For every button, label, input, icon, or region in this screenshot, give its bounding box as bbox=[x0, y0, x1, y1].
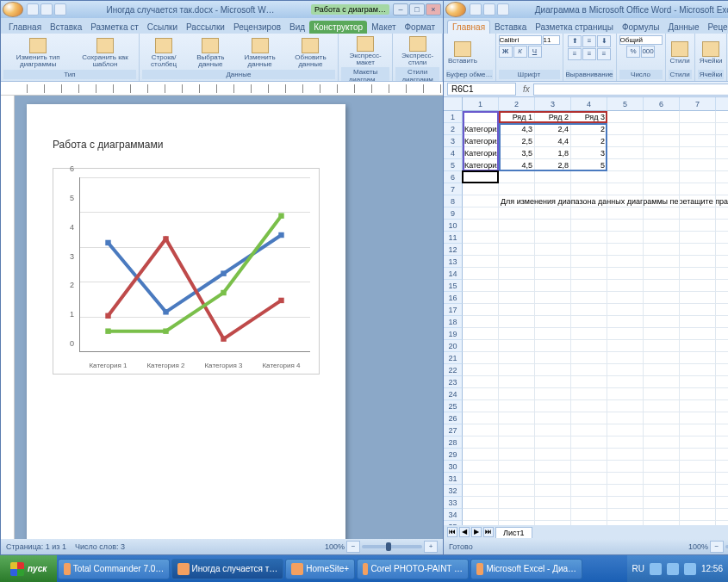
cells-button[interactable]: Ячейки bbox=[698, 40, 725, 65]
taskbar-item[interactable]: HomeSite+ bbox=[285, 559, 355, 579]
tab-review[interactable]: Рецензиров bbox=[229, 21, 285, 34]
minimize-button[interactable]: – bbox=[393, 3, 408, 15]
taskbar-item[interactable]: Total Commander 7.0… bbox=[58, 559, 170, 579]
qat-undo-icon[interactable] bbox=[40, 3, 53, 15]
office-button[interactable] bbox=[3, 2, 23, 17]
tab-data[interactable]: Данные bbox=[663, 21, 703, 34]
tab-home[interactable]: Главная bbox=[4, 21, 46, 34]
percent-button[interactable]: % bbox=[626, 46, 640, 58]
svg-rect-2 bbox=[221, 270, 226, 276]
tab-format[interactable]: Формат bbox=[400, 21, 439, 34]
align-bot-button[interactable]: ⬇ bbox=[597, 35, 611, 47]
clock[interactable]: 12:56 bbox=[701, 564, 723, 573]
group-label-cells: Ячейки bbox=[698, 70, 725, 79]
tab-design[interactable]: Конструктор bbox=[309, 21, 367, 34]
font-combo[interactable] bbox=[499, 35, 542, 45]
svg-rect-10 bbox=[221, 290, 226, 295]
tray-icon[interactable] bbox=[650, 563, 662, 575]
align-mid-button[interactable]: ≡ bbox=[582, 35, 596, 47]
word-ribbon-tabs: Главная Вставка Разметка ст Ссылки Рассы… bbox=[1, 18, 443, 34]
tab-layout[interactable]: Разметка ст bbox=[86, 21, 143, 34]
group-label-layouts: Макеты диаграм… bbox=[341, 67, 389, 82]
svg-rect-1 bbox=[163, 309, 168, 314]
start-button[interactable]: пуск bbox=[0, 555, 57, 582]
sheet-nav-next[interactable]: ▶ bbox=[471, 527, 482, 537]
formula-bar[interactable] bbox=[533, 84, 728, 96]
doc-heading: Работа с диаграммами bbox=[53, 139, 320, 151]
sheet-nav-first[interactable]: ⏮ bbox=[447, 527, 457, 537]
zoom-out-button[interactable]: − bbox=[346, 541, 360, 553]
tab-review[interactable]: Рецензирование bbox=[704, 21, 728, 34]
chart-object[interactable]: 0123456 Категория 1 Категория 2 Категори… bbox=[53, 168, 320, 375]
office-button[interactable] bbox=[445, 2, 466, 17]
chart-x-ticks: Категория 1 Категория 2 Категория 3 Кате… bbox=[79, 362, 310, 369]
tray-icon[interactable] bbox=[684, 563, 696, 575]
switch-row-col-button[interactable]: Строка/столбец bbox=[142, 37, 186, 69]
vertical-ruler[interactable] bbox=[1, 96, 15, 539]
tab-insert[interactable]: Вставка bbox=[46, 21, 86, 34]
taskbar-item[interactable]: Corel PHOTO-PAINT … bbox=[357, 559, 469, 579]
styles-button[interactable]: Стили bbox=[669, 40, 692, 65]
refresh-data-button[interactable]: Обновить данные bbox=[286, 37, 335, 69]
bold-button[interactable]: Ж bbox=[499, 46, 513, 58]
sheet-tab[interactable]: Лист1 bbox=[495, 527, 532, 538]
underline-button[interactable]: Ч bbox=[528, 46, 542, 58]
zoom-in-button[interactable]: + bbox=[424, 541, 438, 553]
zoom-value[interactable]: 100% bbox=[325, 542, 345, 551]
qat-save-icon[interactable] bbox=[27, 3, 39, 15]
zoom-slider[interactable] bbox=[362, 545, 422, 548]
excel-ribbon: Вставить Буфер обме… Ж К Ч Шрифт bbox=[444, 34, 728, 82]
number-format-combo[interactable] bbox=[619, 35, 663, 45]
zoom-out-button[interactable]: − bbox=[710, 541, 724, 553]
col-headers[interactable]: 123456789 bbox=[463, 97, 728, 111]
row-headers[interactable]: 1234567891011121314151617181920212223242… bbox=[444, 111, 463, 525]
quick-layout-button[interactable]: Экспресс-макет bbox=[341, 35, 389, 67]
status-words[interactable]: Число слов: 3 bbox=[75, 542, 125, 551]
tab-references[interactable]: Ссылки bbox=[143, 21, 182, 34]
tab-home[interactable]: Главная bbox=[447, 20, 490, 34]
qat-redo-icon[interactable] bbox=[497, 3, 509, 15]
tab-formulas[interactable]: Формулы bbox=[618, 21, 664, 34]
change-chart-type-button[interactable]: Изменить тип диаграммы bbox=[3, 37, 72, 69]
status-page[interactable]: Страница: 1 из 1 bbox=[6, 542, 66, 551]
quick-styles-button[interactable]: Экспресс-стили bbox=[395, 35, 439, 67]
word-ribbon: Изменить тип диаграммы Сохранить как шаб… bbox=[1, 34, 443, 82]
taskbar-item[interactable]: Иногда случается т… bbox=[171, 559, 283, 579]
sheet-nav-prev[interactable]: ◀ bbox=[459, 527, 470, 537]
select-all-corner[interactable] bbox=[444, 97, 463, 111]
align-left-button[interactable]: ≡ bbox=[568, 48, 582, 60]
qat-undo-icon[interactable] bbox=[483, 3, 495, 15]
document-scroll-area[interactable]: Работа с диаграммами 0123456 Категория 1… bbox=[15, 96, 443, 539]
fx-icon[interactable]: fx bbox=[523, 84, 530, 94]
tab-mailings[interactable]: Рассылки bbox=[182, 21, 229, 34]
font-size-combo[interactable] bbox=[543, 35, 560, 45]
zoom-value[interactable]: 100% bbox=[688, 542, 708, 551]
save-as-template-button[interactable]: Сохранить как шаблон bbox=[74, 37, 136, 69]
align-top-button[interactable]: ⬆ bbox=[568, 35, 582, 47]
excel-statusbar: Готово 100% − + bbox=[444, 539, 728, 554]
tab-view[interactable]: Вид bbox=[285, 21, 309, 34]
tray-icon[interactable] bbox=[667, 563, 679, 575]
sheet-area[interactable]: 1234567891011121314151617181920212223242… bbox=[444, 111, 728, 525]
sheet-nav-last[interactable]: ⏭ bbox=[483, 527, 494, 537]
paste-button[interactable]: Вставить bbox=[446, 40, 479, 65]
select-data-button[interactable]: Выбрать данные bbox=[187, 37, 233, 69]
italic-button[interactable]: К bbox=[513, 46, 527, 58]
maximize-button[interactable]: □ bbox=[409, 3, 425, 15]
name-box[interactable]: R6C1 bbox=[447, 83, 516, 96]
tab-chart-layout[interactable]: Макет bbox=[367, 21, 400, 34]
tab-page-layout[interactable]: Разметка страницы bbox=[531, 21, 618, 34]
qat-redo-icon[interactable] bbox=[54, 3, 66, 15]
align-right-button[interactable]: ≡ bbox=[597, 48, 611, 60]
qat-save-icon[interactable] bbox=[470, 3, 482, 15]
edit-data-button[interactable]: Изменить данные bbox=[235, 37, 284, 69]
language-indicator[interactable]: RU bbox=[632, 564, 644, 573]
app-icon bbox=[363, 563, 368, 575]
tab-insert[interactable]: Вставка bbox=[490, 21, 531, 34]
align-center-button[interactable]: ≡ bbox=[582, 48, 596, 60]
excel-window: Диаграмма в Microsoft Office Word - Micr… bbox=[443, 0, 728, 555]
close-button[interactable]: × bbox=[426, 3, 441, 15]
horizontal-ruler[interactable] bbox=[1, 82, 443, 96]
taskbar-item[interactable]: Microsoft Excel - Диа… bbox=[470, 559, 582, 579]
thousands-button[interactable]: 000 bbox=[641, 46, 655, 58]
